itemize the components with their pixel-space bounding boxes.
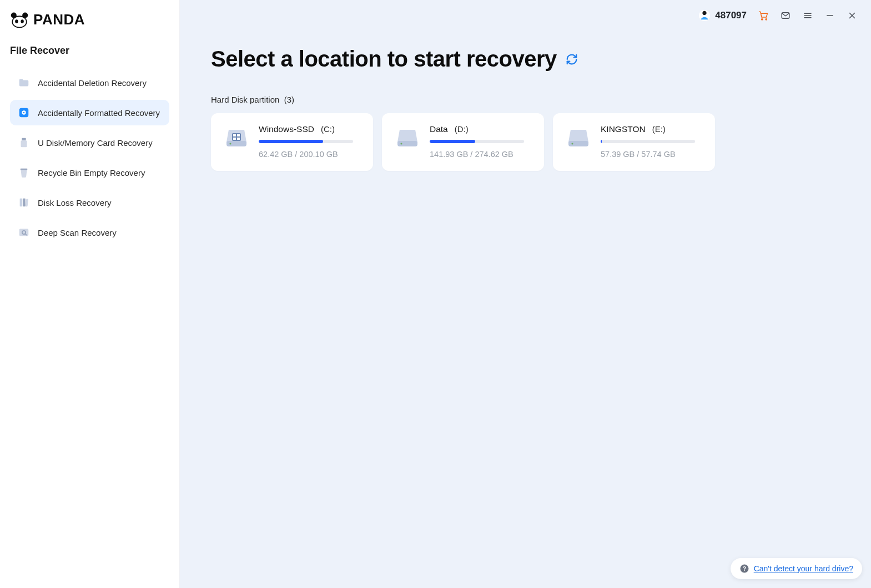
svg-rect-31 [237,134,240,136]
svg-point-18 [762,19,763,20]
sidebar-item-0[interactable]: Accidental Deletion Recovery [10,70,169,95]
help-pill[interactable]: ? Can't detect your hard drive? [731,558,862,579]
drive-letter: (D:) [455,124,469,134]
folder-icon [18,77,30,89]
svg-rect-10 [21,169,28,170]
mail-icon[interactable] [780,10,791,21]
drive-size: 57.39 GB / 57.74 GB [601,150,703,159]
sidebar-nav: Accidental Deletion RecoveryAccidentally… [0,70,179,245]
usb-icon [18,136,30,149]
svg-point-3 [15,19,18,23]
drive-card-0[interactable]: Windows-SSD(C:)62.42 GB / 200.10 GB [211,113,373,171]
svg-rect-9 [21,140,27,147]
topbar: 487097 [180,0,871,31]
cart-icon[interactable] [758,10,769,21]
card-body: Windows-SSD(C:)62.42 GB / 200.10 GB [259,124,361,159]
drive-letter: (E:) [652,124,666,134]
svg-rect-13 [26,199,28,206]
drive-name: Data [430,124,448,134]
sidebar-item-5[interactable]: Deep Scan Recovery [10,220,169,245]
panda-icon [10,12,29,28]
page-title-row: Select a location to start recovery [211,47,840,72]
section-count: (3) [284,95,294,104]
drive-letter: (C:) [321,124,335,134]
drive-progress [259,140,353,143]
drive-size: 62.42 GB / 200.10 GB [259,150,361,159]
drive-card-1[interactable]: Data(D:)141.93 GB / 274.62 GB [382,113,544,171]
drive-size: 141.93 GB / 274.62 GB [430,150,532,159]
drive-progress [601,140,695,143]
drive-cards: Windows-SSD(C:)62.42 GB / 200.10 GBData(… [211,113,840,171]
app-logo: PANDA [0,8,179,45]
svg-point-7 [23,112,25,114]
svg-point-37 [571,143,573,144]
drive-name: Windows-SSD [259,124,314,134]
svg-point-2 [12,16,27,27]
card-body: KINGSTON(E:)57.39 GB / 57.74 GB [601,124,703,159]
sidebar-item-label: Disk Loss Recovery [38,198,112,207]
drive-icon [565,124,592,151]
user-id: 487097 [715,10,747,21]
page-title: Select a location to start recovery [211,47,557,72]
refresh-icon[interactable] [566,53,578,65]
svg-rect-8 [22,138,26,141]
main: 487097 Select a location to start recove… [180,0,871,588]
card-body: Data(D:)141.93 GB / 274.62 GB [430,124,532,159]
minimize-icon[interactable] [824,10,835,21]
sidebar-item-label: Accidental Deletion Recovery [38,78,147,88]
sidebar-item-1[interactable]: Accidentally Formatted Recovery [10,100,169,125]
disk-blue-icon [18,107,30,119]
scan-icon [18,226,30,239]
books-icon [18,196,30,209]
drive-card-2[interactable]: KINGSTON(E:)57.39 GB / 57.74 GB [553,113,715,171]
svg-rect-27 [226,141,246,146]
logo-text: PANDA [33,11,85,28]
sidebar-item-4[interactable]: Disk Loss Recovery [10,190,169,215]
sidebar-item-3[interactable]: Recycle Bin Empty Recovery [10,160,169,185]
svg-rect-30 [233,134,236,136]
svg-rect-33 [237,138,240,140]
section-label-text: Hard Disk partition [211,95,279,104]
drive-icon [223,124,250,151]
svg-rect-14 [19,229,29,236]
drive-progress [430,140,524,143]
menu-icon[interactable] [802,10,813,21]
help-link[interactable]: Can't detect your hard drive? [754,564,853,573]
sidebar-item-label: Deep Scan Recovery [38,228,117,237]
sidebar: PANDA File Recover Accidental Deletion R… [0,0,180,588]
sidebar-item-label: Recycle Bin Empty Recovery [38,168,145,178]
close-icon[interactable] [847,10,858,21]
section-label: Hard Disk partition (3) [211,95,840,104]
drive-icon [394,124,421,151]
sidebar-item-label: U Disk/Memory Card Recovery [38,138,153,148]
avatar-icon [698,9,711,22]
content: Select a location to start recovery Hard… [180,31,871,171]
trash-icon [18,166,30,179]
sidebar-item-2[interactable]: U Disk/Memory Card Recovery [10,130,169,155]
user-info[interactable]: 487097 [698,9,747,22]
svg-rect-12 [23,199,26,207]
svg-rect-32 [233,138,236,140]
sidebar-item-label: Accidentally Formatted Recovery [38,108,160,118]
svg-point-4 [21,19,23,23]
svg-point-28 [229,143,231,144]
svg-point-35 [400,143,402,144]
help-icon: ? [739,564,749,574]
sidebar-title: File Recover [0,45,179,70]
drive-name: KINGSTON [601,124,646,134]
svg-text:?: ? [742,565,746,572]
svg-rect-11 [20,199,23,207]
svg-point-19 [766,19,767,20]
